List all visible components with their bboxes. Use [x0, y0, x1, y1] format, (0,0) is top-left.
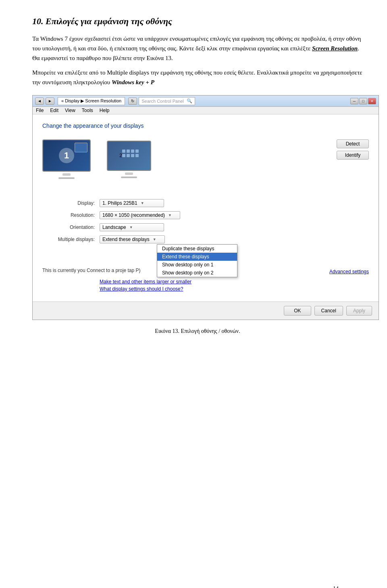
nav-refresh-button[interactable]: ↻	[128, 98, 137, 105]
search-icon: 🔍	[187, 98, 192, 104]
multiple-displays-value: Extend these displays	[102, 237, 150, 242]
titlebar: ◄ ► « Display ▶ Screen Resolution ↻ Sear…	[33, 96, 379, 107]
identify-button[interactable]: Identify	[337, 151, 369, 160]
larger-items-link[interactable]: Make text and other items larger or smal…	[100, 279, 369, 285]
display-preview-area: 1 2	[42, 135, 151, 183]
search-placeholder: Search Control Panel	[141, 99, 184, 104]
window-controls: ─ □ ✕	[350, 98, 376, 104]
monitor-1-stand	[62, 173, 71, 176]
screenshot-window: ◄ ► « Display ▶ Screen Resolution ↻ Sear…	[32, 95, 379, 320]
dropdown-item-extend[interactable]: Extend these displays	[157, 253, 237, 261]
dropdown-item-duplicate[interactable]: Duplicate these displays	[157, 245, 237, 253]
orientation-label: Orientation:	[42, 224, 95, 230]
menu-view[interactable]: View	[65, 108, 75, 113]
form-section: Display: 1. Philips 225B1 ▼ Resolution: …	[42, 199, 369, 243]
resolution-value: 1680 × 1050 (recommended)	[102, 212, 165, 218]
page-number: 14	[333, 586, 339, 588]
detect-button[interactable]: Detect	[337, 139, 369, 148]
monitor-2-block: 2	[107, 141, 151, 178]
resolution-row: Resolution: 1680 × 1050 (recommended) ▼	[42, 211, 369, 219]
monitor-2-dots	[122, 150, 139, 162]
display-select[interactable]: 1. Philips 225B1 ▼	[100, 199, 164, 207]
monitor-2-stand	[125, 172, 133, 175]
multiple-displays-select[interactable]: Extend these displays ▼	[100, 235, 165, 243]
monitor-2-number: 2	[119, 153, 122, 158]
multiple-displays-dropdown: Duplicate these displays Extend these di…	[157, 244, 237, 277]
dot	[127, 150, 130, 153]
menu-help[interactable]: Help	[100, 108, 110, 113]
apply-button[interactable]: Apply	[346, 306, 372, 316]
display-settings-link[interactable]: What display settings should I choose?	[100, 286, 369, 292]
monitor-2-inner: 2	[107, 141, 151, 171]
page-heading: 10. Επιλογές για εμφάνιση της οθόνης	[32, 16, 363, 27]
display-select-arrow: ▼	[141, 201, 144, 205]
multiple-displays-arrow: ▼	[153, 237, 156, 241]
multiple-displays-label: Multiple displays:	[42, 237, 95, 242]
dot	[122, 150, 125, 153]
monitor-1-block: 1	[42, 139, 91, 179]
menu-file[interactable]: File	[36, 108, 44, 113]
windows-key-shortcut: Windows key + P	[112, 79, 154, 85]
search-input[interactable]: Search Control Panel 🔍	[139, 97, 195, 105]
dropdown-item-desktop-only-2[interactable]: Show desktop only on 2	[157, 269, 237, 277]
maximize-button[interactable]: □	[359, 98, 367, 104]
paragraph1: Τα Windows 7 έχουν σχεδιαστεί έτσι ώστε …	[32, 34, 363, 63]
nav-forward-button[interactable]: ►	[46, 98, 54, 105]
dot	[131, 154, 134, 157]
dot	[135, 154, 139, 157]
paragraph2: Μπορείτε να επιλέξετε από το Multiple di…	[32, 68, 363, 87]
menu-tools[interactable]: Tools	[82, 108, 93, 113]
dot	[131, 150, 134, 153]
figure-caption: Εικόνα 13. Επιλογή οθόνης / οθονών.	[32, 328, 363, 335]
dialog-title: Change the appearance of your displays	[42, 123, 369, 129]
display-row: Display: 1. Philips 225B1 ▼	[42, 199, 369, 207]
breadcrumb: « Display ▶ Screen Resolution	[58, 97, 125, 105]
menubar: File Edit View Tools Help	[33, 107, 379, 114]
dropdown-item-desktop-only-1[interactable]: Show desktop only on 1	[157, 261, 237, 269]
advanced-settings-link[interactable]: Advanced settings	[329, 269, 369, 274]
menu-edit[interactable]: Edit	[50, 108, 58, 113]
monitor-1-base	[58, 177, 75, 179]
resolution-select-arrow: ▼	[168, 213, 172, 217]
screen-resolution-link: Screen Resolution	[312, 45, 358, 52]
cancel-button[interactable]: Cancel	[314, 306, 343, 316]
dot	[127, 154, 130, 157]
window-content: Change the appearance of your displays 1	[33, 114, 379, 301]
orientation-row: Orientation: Landscape ▼	[42, 223, 369, 231]
resolution-label: Resolution:	[42, 212, 95, 218]
orientation-select-arrow: ▼	[129, 225, 133, 229]
dialog-footer: OK Cancel Apply	[33, 301, 379, 320]
tap-text: tap P)	[127, 268, 140, 273]
display-value: 1. Philips 225B1	[102, 200, 137, 206]
multiple-displays-row: Multiple displays: Extend these displays…	[42, 235, 369, 243]
resolution-select[interactable]: 1680 × 1050 (recommended) ▼	[100, 211, 180, 219]
connect-text: Connect to a proje	[87, 268, 126, 273]
orientation-value: Landscape	[102, 224, 126, 230]
monitor-1-number: 1	[59, 148, 74, 163]
display-label: Display:	[42, 200, 95, 206]
detect-identify-area: Detect Identify	[337, 139, 369, 160]
monitor-2-icon: 2	[107, 141, 151, 171]
ok-button[interactable]: OK	[284, 306, 311, 316]
dot	[122, 154, 125, 157]
monitor-1-small-icon	[75, 143, 87, 152]
orientation-select[interactable]: Landscape ▼	[100, 223, 164, 231]
close-button[interactable]: ✕	[368, 98, 376, 104]
monitor-1-icon: 1	[42, 139, 91, 172]
nav-back-button[interactable]: ◄	[35, 98, 44, 105]
titlebar-left: ◄ ► « Display ▶ Screen Resolution ↻ Sear…	[35, 97, 195, 105]
dot	[135, 150, 139, 153]
minimize-button[interactable]: ─	[350, 98, 358, 104]
monitor-2-base	[121, 177, 137, 178]
